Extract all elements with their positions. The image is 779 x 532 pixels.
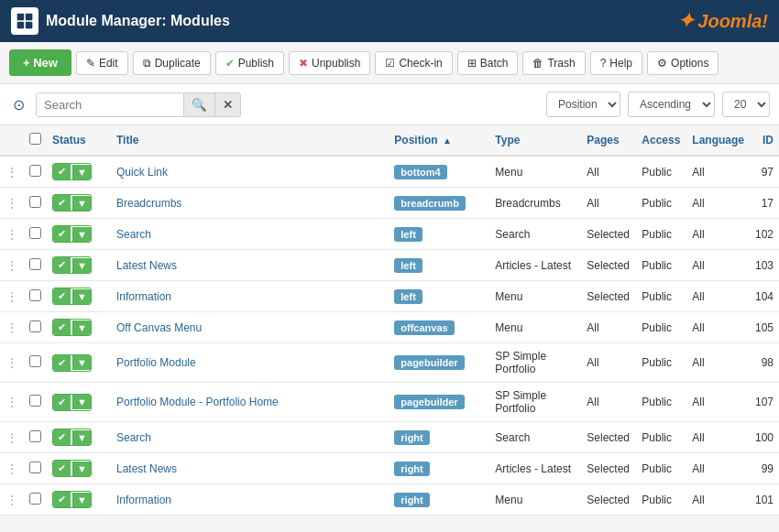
select-all-checkbox[interactable] xyxy=(29,133,41,145)
th-type[interactable]: Type xyxy=(489,125,581,156)
drag-handle-icon[interactable]: ⋮ xyxy=(5,493,18,507)
status-toggle[interactable]: ✔ ▼ xyxy=(52,460,92,477)
duplicate-button[interactable]: ⧉ Duplicate xyxy=(133,51,211,75)
th-id[interactable]: ID xyxy=(750,125,779,156)
status-toggle[interactable]: ✔ ▼ xyxy=(52,394,92,411)
status-cell: ✔ ▼ xyxy=(47,383,111,422)
module-title-link[interactable]: Off Canvas Menu xyxy=(116,321,202,334)
status-toggle[interactable]: ✔ ▼ xyxy=(52,491,92,508)
type-cell: Breadcrumbs xyxy=(489,188,581,219)
position-badge: bottom4 xyxy=(394,165,446,179)
batch-button[interactable]: ⊞ Batch xyxy=(457,51,519,75)
module-title-link[interactable]: Search xyxy=(116,431,151,444)
row-checkbox[interactable] xyxy=(29,258,41,270)
drag-handle-icon[interactable]: ⋮ xyxy=(5,289,18,304)
row-checkbox[interactable] xyxy=(29,320,41,332)
trash-button[interactable]: 🗑 Trash xyxy=(522,51,585,75)
status-dropdown-icon[interactable]: ▼ xyxy=(72,320,91,335)
row-checkbox[interactable] xyxy=(29,227,41,239)
status-dropdown-icon[interactable]: ▼ xyxy=(72,289,91,304)
unpublish-button[interactable]: ✖ Unpublish xyxy=(289,51,370,75)
status-toggle[interactable]: ✔ ▼ xyxy=(52,163,92,180)
status-check-icon[interactable]: ✔ xyxy=(53,164,71,179)
status-toggle[interactable]: ✔ ▼ xyxy=(52,194,92,212)
search-input[interactable] xyxy=(37,93,183,116)
module-pages: Selected xyxy=(587,228,630,241)
publish-button[interactable]: ✔ Publish xyxy=(215,51,284,75)
row-checkbox[interactable] xyxy=(29,461,41,473)
status-dropdown-icon[interactable]: ▼ xyxy=(72,430,91,445)
row-checkbox[interactable] xyxy=(29,493,41,505)
module-title-link[interactable]: Portfolio Module - Portfolio Home xyxy=(116,396,279,408)
perpage-filter[interactable]: 20 xyxy=(722,92,770,117)
status-toggle[interactable]: ✔ ▼ xyxy=(52,354,92,372)
status-check-icon[interactable]: ✔ xyxy=(53,492,71,507)
status-check-icon[interactable]: ✔ xyxy=(53,257,71,273)
clear-search-button[interactable]: ✕ xyxy=(214,93,240,116)
row-checkbox-cell xyxy=(24,343,47,383)
row-checkbox[interactable] xyxy=(29,430,41,442)
position-filter[interactable]: Position xyxy=(546,92,620,117)
row-checkbox[interactable] xyxy=(29,165,41,177)
row-checkbox[interactable] xyxy=(29,289,41,301)
row-checkbox[interactable] xyxy=(29,196,41,208)
th-title[interactable]: Title xyxy=(111,125,389,156)
module-title-link[interactable]: Information xyxy=(116,290,171,303)
drag-handle-icon[interactable]: ⋮ xyxy=(5,461,18,476)
back-button[interactable]: ⊙ xyxy=(9,92,28,117)
status-check-icon[interactable]: ✔ xyxy=(53,226,71,242)
module-title-link[interactable]: Quick Link xyxy=(116,166,168,179)
batch-icon: ⊞ xyxy=(467,57,477,70)
module-title-link[interactable]: Latest News xyxy=(116,259,177,272)
row-checkbox[interactable] xyxy=(29,355,41,367)
edit-button[interactable]: ✎ Edit xyxy=(76,51,128,75)
module-title-link[interactable]: Information xyxy=(116,494,171,506)
status-toggle[interactable]: ✔ ▼ xyxy=(52,319,92,336)
th-pages[interactable]: Pages xyxy=(581,125,636,156)
module-title-link[interactable]: Breadcrumbs xyxy=(116,197,181,210)
th-access[interactable]: Access xyxy=(636,125,686,156)
drag-handle-cell: ⋮ xyxy=(0,281,24,312)
status-check-icon[interactable]: ✔ xyxy=(53,461,71,476)
drag-handle-icon[interactable]: ⋮ xyxy=(5,320,18,335)
status-dropdown-icon[interactable]: ▼ xyxy=(72,493,91,507)
order-filter[interactable]: Ascending xyxy=(628,92,715,117)
drag-handle-icon[interactable]: ⋮ xyxy=(5,196,18,211)
status-toggle[interactable]: ✔ ▼ xyxy=(52,429,92,446)
th-language[interactable]: Language xyxy=(686,125,750,156)
status-dropdown-icon[interactable]: ▼ xyxy=(72,461,91,476)
new-button[interactable]: + New xyxy=(9,49,71,76)
status-check-icon[interactable]: ✔ xyxy=(53,288,71,304)
status-dropdown-icon[interactable]: ▼ xyxy=(72,165,91,179)
help-button[interactable]: ? Help xyxy=(590,51,642,75)
th-status[interactable]: Status xyxy=(47,125,111,156)
status-dropdown-icon[interactable]: ▼ xyxy=(72,355,91,370)
status-check-icon[interactable]: ✔ xyxy=(53,195,71,211)
drag-handle-icon[interactable]: ⋮ xyxy=(5,165,18,179)
th-checkbox[interactable] xyxy=(24,125,47,156)
row-checkbox[interactable] xyxy=(29,395,41,407)
drag-handle-icon[interactable]: ⋮ xyxy=(5,227,18,242)
search-submit-button[interactable]: 🔍 xyxy=(183,93,214,116)
status-check-icon[interactable]: ✔ xyxy=(53,429,71,445)
status-dropdown-icon[interactable]: ▼ xyxy=(72,395,91,409)
drag-handle-icon[interactable]: ⋮ xyxy=(5,395,18,409)
status-check-icon[interactable]: ✔ xyxy=(53,395,71,410)
drag-handle-icon[interactable]: ⋮ xyxy=(5,258,18,273)
options-button[interactable]: ⚙ Options xyxy=(647,51,719,75)
module-title-link[interactable]: Portfolio Module xyxy=(116,356,196,369)
status-dropdown-icon[interactable]: ▼ xyxy=(72,227,91,242)
drag-handle-icon[interactable]: ⋮ xyxy=(5,430,18,445)
status-check-icon[interactable]: ✔ xyxy=(53,320,71,335)
status-toggle[interactable]: ✔ ▼ xyxy=(52,225,92,243)
module-title-link[interactable]: Latest News xyxy=(116,462,177,475)
status-check-icon[interactable]: ✔ xyxy=(53,355,71,371)
module-title-link[interactable]: Search xyxy=(116,228,151,241)
th-position[interactable]: Position ▲ xyxy=(389,125,489,156)
status-toggle[interactable]: ✔ ▼ xyxy=(52,288,92,305)
status-toggle[interactable]: ✔ ▼ xyxy=(52,256,92,274)
status-dropdown-icon[interactable]: ▼ xyxy=(72,258,91,273)
status-dropdown-icon[interactable]: ▼ xyxy=(72,196,91,211)
checkin-button[interactable]: ☑ Check-in xyxy=(375,51,452,75)
drag-handle-icon[interactable]: ⋮ xyxy=(5,355,18,370)
